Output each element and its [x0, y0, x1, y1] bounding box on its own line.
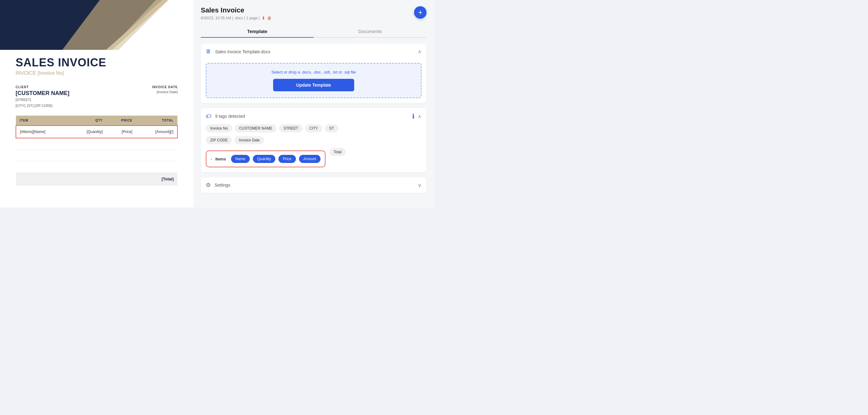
tags-section: Invoice No CUSTOMER NAME STREET CITY ST …: [201, 124, 427, 172]
doc-info: Sales Invoice 6/30/23, 10:35 AM | .docx …: [201, 6, 272, 21]
doc-header: Sales Invoice 6/30/23, 10:35 AM | .docx …: [201, 6, 427, 21]
download-icon[interactable]: ⬇: [261, 15, 265, 21]
row-qty: [Quantity]: [69, 126, 106, 138]
right-panel: Sales Invoice 6/30/23, 10:35 AM | .docx …: [193, 0, 434, 208]
tags-row-secondary: ZIP CODE Invoice Date: [206, 136, 422, 144]
tag-item-name[interactable]: Name: [231, 155, 250, 163]
file-doc-icon: 🗎: [206, 48, 211, 55]
settings-accordion: ⚙ Settings ∨: [201, 177, 427, 193]
settings-gear-icon: ⚙: [206, 182, 211, 189]
tag-item-price[interactable]: Price: [278, 155, 296, 163]
invoice-date-label: INVOICE DATE: [152, 85, 178, 89]
settings-accordion-header[interactable]: ⚙ Settings ∨: [201, 177, 427, 193]
chevron-up-icon-tags: ∧: [418, 114, 422, 119]
invoice-preview-panel: SALES INVOICE INVOICE [Invoice No] CLIEN…: [0, 0, 193, 208]
invoice-content: SALES INVOICE INVOICE [Invoice No] CLIEN…: [0, 0, 193, 195]
template-file-name: Sales Invoice Template.docx: [215, 49, 270, 54]
tag-st[interactable]: ST: [325, 124, 338, 132]
table-row-empty-3: [16, 161, 177, 173]
client-address-line2: [CITY], [ST] [ZIP CODE]: [16, 103, 69, 108]
tab-documents[interactable]: Documents: [314, 26, 427, 38]
template-header-left: 🗎 Sales Invoice Template.docx: [206, 48, 270, 55]
tag-icon: 🏷: [206, 113, 211, 120]
client-label: CLIENT: [16, 85, 69, 89]
tab-template[interactable]: Template: [201, 26, 314, 38]
col-header-qty: QTY: [69, 116, 106, 126]
doc-meta: 6/30/23, 10:35 AM | .docx | 1 page | ⬇ 🗑: [201, 15, 272, 21]
template-accordion-header[interactable]: 🗎 Sales Invoice Template.docx ∧: [201, 44, 427, 59]
template-accordion: 🗎 Sales Invoice Template.docx ∧ Select o…: [201, 44, 427, 103]
total-value: [Total]: [16, 173, 177, 185]
customer-name: [CUSTOMER NAME]: [16, 90, 69, 97]
tabs-bar: Template Documents: [201, 26, 427, 38]
tag-zip-code[interactable]: ZIP CODE: [206, 136, 232, 144]
info-icon[interactable]: ℹ: [412, 113, 415, 120]
invoice-subtitle: INVOICE [Invoice No]: [16, 70, 178, 76]
settings-label: Settings: [215, 183, 230, 188]
trash-icon[interactable]: 🗑: [267, 15, 272, 21]
invoice-date-block: INVOICE DATE [Invoice Date]: [152, 85, 178, 94]
col-header-total: TOTAL: [136, 116, 177, 126]
client-address-line1: [STREET]: [16, 97, 69, 102]
invoice-table: ITEM QTY PRICE TOTAL [#Items][Name] [Qua…: [16, 116, 178, 185]
table-row-empty-1: [16, 138, 177, 150]
tag-invoice-no[interactable]: Invoice No: [206, 124, 232, 132]
col-header-item: ITEM: [16, 116, 69, 126]
tags-accordion-header[interactable]: 🏷 9 tags detected ℹ ∧: [201, 108, 427, 124]
tag-invoice-date[interactable]: Invoice Date: [235, 136, 264, 144]
items-collapse-icon[interactable]: -: [211, 156, 212, 161]
tags-accordion: 🏷 9 tags detected ℹ ∧ Invoice No CUSTOME…: [201, 108, 427, 172]
tag-item-quantity[interactable]: Quantity: [253, 155, 276, 163]
tags-header-left: 🏷 9 tags detected: [206, 113, 245, 120]
tags-count-label: 9 tags detected: [215, 114, 245, 119]
row-price: [Price]: [106, 126, 136, 138]
doc-title: Sales Invoice: [201, 6, 272, 14]
tag-customer-name[interactable]: CUSTOMER NAME: [235, 124, 277, 132]
invoice-client-section: CLIENT [CUSTOMER NAME] [STREET] [CITY], …: [16, 85, 178, 108]
col-header-price: PRICE: [106, 116, 136, 126]
table-row-highlighted: [#Items][Name] [Quantity] [Price] [Amoun…: [16, 126, 177, 138]
tag-street[interactable]: STREET: [279, 124, 303, 132]
add-button[interactable]: +: [414, 6, 427, 19]
client-info: CLIENT [CUSTOMER NAME] [STREET] [CITY], …: [16, 85, 69, 108]
drop-zone[interactable]: Select or drop a .docx, .doc, .odt, .txt…: [206, 63, 422, 98]
invoice-title: SALES INVOICE: [16, 56, 178, 69]
tag-total[interactable]: Total: [329, 148, 346, 156]
chevron-down-icon-settings: ∨: [418, 182, 422, 188]
items-group: - Items Name Quantity Price Amount: [206, 151, 326, 167]
row-name: [#Items][Name]: [16, 126, 69, 138]
settings-header-left: ⚙ Settings: [206, 182, 230, 189]
template-upload-area: Select or drop a .docx, .doc, .odt, .txt…: [201, 63, 427, 103]
tags-row-main: Invoice No CUSTOMER NAME STREET CITY ST: [206, 124, 422, 132]
items-group-label: Items: [215, 157, 226, 161]
invoice-title-block: SALES INVOICE INVOICE [Invoice No]: [16, 56, 178, 76]
table-row-total: [Total]: [16, 173, 177, 185]
invoice-date-value: [Invoice Date]: [152, 90, 178, 94]
row-total: [Amount][/]: [136, 126, 177, 138]
drop-zone-text: Select or drop a .docx, .doc, .odt, .txt…: [213, 70, 415, 74]
tag-item-amount[interactable]: Amount: [299, 155, 320, 163]
update-template-button[interactable]: Update Template: [273, 79, 354, 91]
tag-city[interactable]: CITY: [305, 124, 322, 132]
chevron-up-icon: ∧: [418, 49, 422, 55]
table-row-empty-2: [16, 150, 177, 161]
